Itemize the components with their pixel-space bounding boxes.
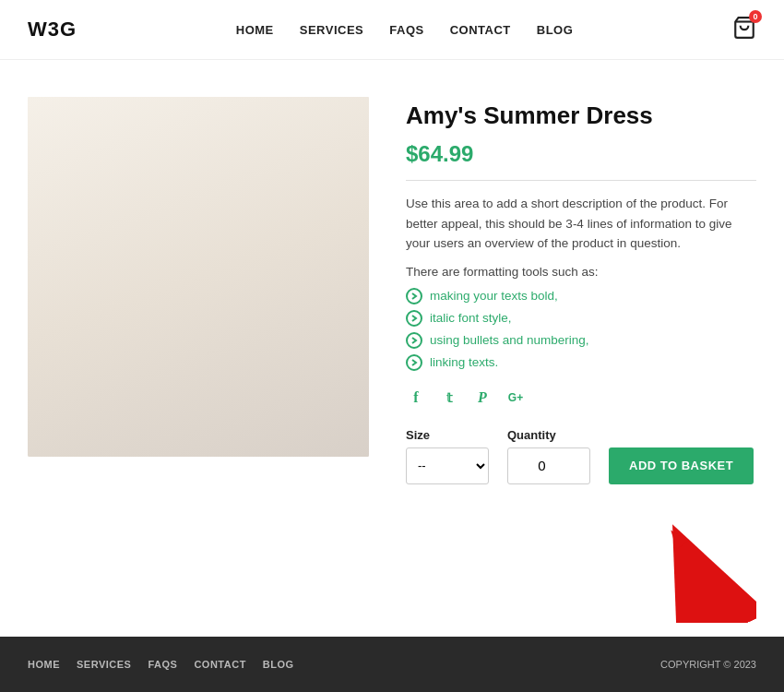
chevron-icon: [406, 332, 422, 349]
nav-faqs[interactable]: FAQS: [389, 23, 423, 37]
cart-button[interactable]: 0: [732, 16, 756, 43]
nav-contact[interactable]: CONTACT: [450, 23, 511, 37]
nav-home[interactable]: HOME: [236, 23, 274, 37]
footer-nav-home[interactable]: HOME: [28, 659, 60, 670]
cart-badge: 0: [749, 10, 762, 23]
quantity-input[interactable]: [507, 447, 590, 484]
product-info: Amy's Summer Dress $64.99 Use this area …: [406, 97, 756, 503]
arrow-svg: [664, 521, 756, 623]
quantity-field-group: Quantity: [507, 428, 590, 484]
feature-item: making your texts bold,: [406, 288, 756, 304]
feature-text: italic font style,: [430, 311, 512, 325]
site-logo: W3G: [28, 18, 77, 42]
footer-nav-blog[interactable]: BLOG: [263, 659, 294, 670]
add-to-basket-button[interactable]: ADD TO BASKET: [609, 447, 754, 484]
feature-text: using bullets and numbering,: [430, 333, 589, 347]
feature-item: italic font style,: [406, 310, 756, 327]
product-title: Amy's Summer Dress: [406, 101, 756, 130]
quantity-label: Quantity: [507, 428, 590, 442]
chevron-icon: [406, 354, 422, 371]
social-icons: f 𝕥 P G+: [406, 388, 756, 408]
main-content: Amy's Summer Dress $64.99 Use this area …: [0, 60, 784, 531]
site-header: W3G HOME SERVICES FAQS CONTACT BLOG 0: [0, 0, 784, 60]
footer-copyright: COPYRIGHT © 2023: [660, 659, 756, 670]
nav-services[interactable]: SERVICES: [300, 23, 364, 37]
arrow-annotation: [664, 526, 756, 618]
feature-item: using bullets and numbering,: [406, 332, 756, 349]
chevron-icon: [406, 310, 422, 327]
site-footer: HOME SERVICES FAQS CONTACT BLOG COPYRIGH…: [0, 637, 784, 692]
footer-nav-services[interactable]: SERVICES: [77, 659, 131, 670]
features-list: making your texts bold, italic font styl…: [406, 288, 756, 371]
size-select[interactable]: -- XS S M L XL XXL: [406, 447, 489, 484]
nav-blog[interactable]: BLOG: [537, 23, 574, 37]
feature-text: making your texts bold,: [430, 289, 558, 303]
feature-text: linking texts.: [430, 355, 498, 369]
twitter-icon[interactable]: 𝕥: [439, 388, 459, 408]
swing-scene: [28, 97, 369, 457]
main-nav: HOME SERVICES FAQS CONTACT BLOG: [236, 23, 574, 37]
chevron-icon: [406, 288, 422, 304]
pinterest-icon[interactable]: P: [472, 388, 493, 408]
facebook-icon[interactable]: f: [406, 388, 426, 408]
footer-nav-contact[interactable]: CONTACT: [194, 659, 245, 670]
size-field-group: Size -- XS S M L XL XXL: [406, 428, 489, 484]
product-image: [28, 97, 369, 457]
product-description: Use this area to add a short description…: [406, 194, 756, 254]
footer-nav: HOME SERVICES FAQS CONTACT BLOG: [28, 659, 294, 670]
footer-nav-faqs[interactable]: FAQS: [148, 659, 177, 670]
google-plus-icon[interactable]: G+: [505, 388, 526, 408]
purchase-row: Size -- XS S M L XL XXL Quantity ADD TO …: [406, 428, 756, 484]
header-icons: 0: [732, 16, 756, 43]
features-intro: There are formatting tools such as:: [406, 265, 756, 279]
scene-bg: [28, 97, 369, 457]
product-price: $64.99: [406, 141, 756, 181]
feature-item: linking texts.: [406, 354, 756, 371]
size-label: Size: [406, 428, 489, 442]
